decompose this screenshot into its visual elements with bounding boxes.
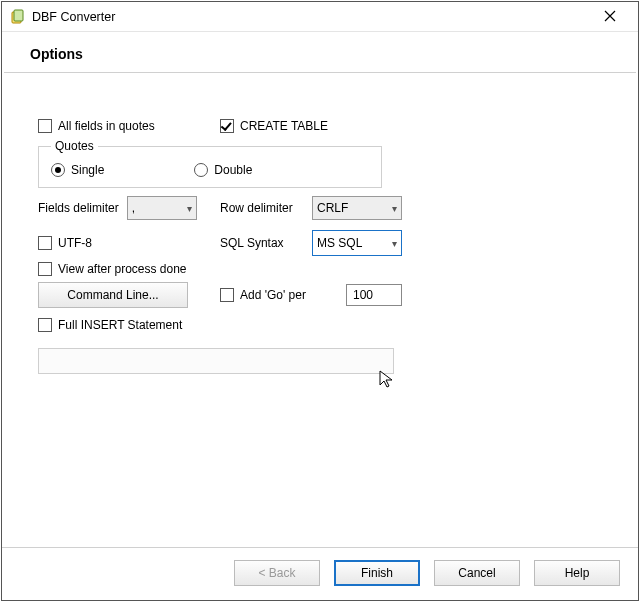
row-delimiter-select[interactable]: CRLF ▾ <box>312 196 402 220</box>
app-window: DBF Converter Options All fields in quot… <box>1 1 639 601</box>
chevron-down-icon: ▾ <box>392 203 397 214</box>
radio-icon <box>51 163 65 177</box>
utf8-checkbox[interactable]: UTF-8 <box>38 236 92 250</box>
checkbox-icon <box>220 119 234 133</box>
quotes-single-radio[interactable]: Single <box>51 163 104 177</box>
view-after-checkbox[interactable]: View after process done <box>38 262 187 276</box>
page-title: Options <box>2 32 638 72</box>
chevron-down-icon: ▾ <box>187 203 192 214</box>
quotes-single-label: Single <box>71 163 104 177</box>
footer: < Back Finish Cancel Help <box>2 547 638 600</box>
add-go-per-checkbox[interactable]: Add 'Go' per <box>220 288 306 302</box>
sql-syntax-select[interactable]: MS SQL ▾ <box>312 230 402 256</box>
sql-syntax-value: MS SQL <box>317 236 362 250</box>
content-area: All fields in quotes CREATE TABLE Quotes… <box>2 73 638 547</box>
sql-syntax-label: SQL Syntax <box>220 236 304 250</box>
window-title: DBF Converter <box>32 10 590 24</box>
help-button[interactable]: Help <box>534 560 620 586</box>
quotes-legend: Quotes <box>51 139 98 153</box>
finish-button[interactable]: Finish <box>334 560 420 586</box>
checkbox-icon <box>220 288 234 302</box>
all-fields-in-quotes-checkbox[interactable]: All fields in quotes <box>38 119 155 133</box>
fields-delimiter-select[interactable]: , ▾ <box>127 196 197 220</box>
checkbox-icon <box>38 236 52 250</box>
command-line-button[interactable]: Command Line... <box>38 282 188 308</box>
app-icon <box>10 9 26 25</box>
row-delimiter-label: Row delimiter <box>220 201 304 215</box>
svg-rect-1 <box>14 10 23 21</box>
output-path-box <box>38 348 394 374</box>
quotes-double-label: Double <box>214 163 252 177</box>
create-table-checkbox[interactable]: CREATE TABLE <box>220 119 328 133</box>
fields-delimiter-label: Fields delimiter <box>38 201 119 215</box>
radio-icon <box>194 163 208 177</box>
cancel-button[interactable]: Cancel <box>434 560 520 586</box>
full-insert-checkbox[interactable]: Full INSERT Statement <box>38 318 182 332</box>
create-table-label: CREATE TABLE <box>240 119 328 133</box>
checkbox-icon <box>38 262 52 276</box>
checkbox-icon <box>38 119 52 133</box>
utf8-label: UTF-8 <box>58 236 92 250</box>
full-insert-label: Full INSERT Statement <box>58 318 182 332</box>
add-go-per-input[interactable] <box>346 284 402 306</box>
checkbox-icon <box>38 318 52 332</box>
back-button[interactable]: < Back <box>234 560 320 586</box>
add-go-per-label: Add 'Go' per <box>240 288 306 302</box>
chevron-down-icon: ▾ <box>392 238 397 249</box>
titlebar: DBF Converter <box>2 2 638 32</box>
fields-delimiter-value: , <box>132 201 135 215</box>
view-after-label: View after process done <box>58 262 187 276</box>
row-delimiter-value: CRLF <box>317 201 348 215</box>
quotes-group: Quotes Single Double <box>38 139 382 188</box>
close-icon[interactable] <box>590 9 630 25</box>
all-fields-in-quotes-label: All fields in quotes <box>58 119 155 133</box>
quotes-double-radio[interactable]: Double <box>194 163 252 177</box>
